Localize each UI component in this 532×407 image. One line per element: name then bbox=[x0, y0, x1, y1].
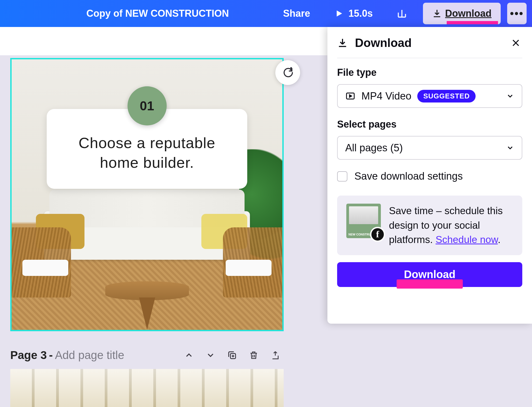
download-panel: Download File type MP4 Video SUGGESTED S… bbox=[327, 27, 532, 324]
schedule-now-link[interactable]: Schedule now bbox=[436, 234, 498, 245]
play-duration-button[interactable]: 15.0s bbox=[326, 5, 381, 22]
select-pages-value: All pages (5) bbox=[345, 142, 403, 154]
download-icon bbox=[337, 37, 348, 48]
promo-thumbnail: NEW CONSTRUCTI f bbox=[346, 204, 381, 238]
duplicate-icon bbox=[227, 350, 237, 360]
download-icon bbox=[432, 9, 442, 18]
page-title-input[interactable]: Add page title bbox=[55, 349, 124, 362]
comment-plus-icon bbox=[282, 66, 294, 79]
highlight-accent bbox=[397, 279, 463, 289]
chevron-down-icon bbox=[506, 92, 514, 100]
download-action-label: Download bbox=[404, 268, 455, 281]
circle-number-badge[interactable]: 01 bbox=[127, 86, 167, 125]
save-settings-label: Save download settings bbox=[354, 170, 463, 182]
select-pages-label: Select pages bbox=[337, 119, 522, 130]
more-icon: ••• bbox=[510, 8, 524, 20]
page-separator: - bbox=[49, 349, 53, 362]
close-panel-button[interactable] bbox=[509, 36, 522, 49]
video-file-icon bbox=[345, 91, 355, 101]
badge-number: 01 bbox=[140, 98, 154, 113]
seat-left-graphic bbox=[22, 260, 68, 276]
analytics-button[interactable] bbox=[389, 5, 415, 22]
download-top-button[interactable]: Download bbox=[423, 3, 501, 24]
export-page-button[interactable] bbox=[267, 347, 284, 364]
chevron-down-icon bbox=[206, 350, 215, 360]
duration-value: 15.0s bbox=[348, 8, 373, 19]
page-3-canvas-preview[interactable] bbox=[10, 369, 284, 407]
svg-point-0 bbox=[291, 70, 292, 70]
file-type-value: MP4 Video bbox=[361, 90, 411, 102]
play-icon bbox=[334, 9, 344, 18]
export-icon bbox=[270, 350, 280, 360]
more-menu-button[interactable]: ••• bbox=[507, 3, 527, 24]
share-button[interactable]: Share bbox=[275, 5, 318, 22]
download-panel-title: Download bbox=[355, 36, 502, 50]
move-page-down-button[interactable] bbox=[202, 347, 219, 364]
page-2-canvas[interactable]: Choose a reputable home builder. 01 bbox=[10, 58, 284, 331]
canvas-card-text[interactable]: Choose a reputable home builder. bbox=[61, 133, 233, 173]
file-type-select[interactable]: MP4 Video SUGGESTED bbox=[337, 84, 522, 108]
file-type-label: File type bbox=[337, 67, 522, 78]
save-settings-checkbox[interactable] bbox=[337, 171, 347, 182]
share-label: Share bbox=[283, 8, 310, 19]
move-page-up-button[interactable] bbox=[181, 347, 197, 364]
promo-thumb-image bbox=[349, 206, 378, 224]
page-2-wrapper: Choose a reputable home builder. 01 bbox=[10, 58, 284, 331]
select-pages-select[interactable]: All pages (5) bbox=[337, 136, 522, 160]
bar-chart-icon bbox=[397, 8, 407, 19]
trash-icon bbox=[249, 350, 259, 360]
schedule-promo-card: NEW CONSTRUCTI f Save time – schedule th… bbox=[337, 196, 522, 255]
suggested-badge: SUGGESTED bbox=[417, 90, 476, 102]
document-title[interactable]: Copy of NEW CONSTRUCTION bbox=[86, 8, 229, 19]
duplicate-page-button[interactable] bbox=[224, 347, 240, 364]
close-icon bbox=[511, 38, 521, 48]
chevron-up-icon bbox=[184, 350, 194, 360]
highlight-accent bbox=[447, 21, 498, 24]
promo-text: Save time – schedule this design to your… bbox=[389, 204, 513, 247]
page-info-row: Page 3 - Add page title bbox=[10, 331, 284, 369]
seat-right-graphic bbox=[226, 260, 272, 276]
top-header: Copy of NEW CONSTRUCTION Share 15.0s Dow… bbox=[0, 0, 532, 27]
coffee-table-graphic bbox=[105, 281, 189, 300]
download-panel-header: Download bbox=[337, 36, 522, 58]
facebook-badge-icon: f bbox=[370, 227, 385, 242]
delete-page-button[interactable] bbox=[245, 347, 262, 364]
promo-period: . bbox=[498, 234, 500, 245]
add-comment-button[interactable] bbox=[275, 60, 300, 85]
chevron-down-icon bbox=[506, 144, 514, 152]
page-number-label: Page 3 bbox=[10, 349, 47, 362]
download-top-label: Download bbox=[445, 8, 492, 19]
save-settings-row[interactable]: Save download settings bbox=[337, 170, 522, 182]
